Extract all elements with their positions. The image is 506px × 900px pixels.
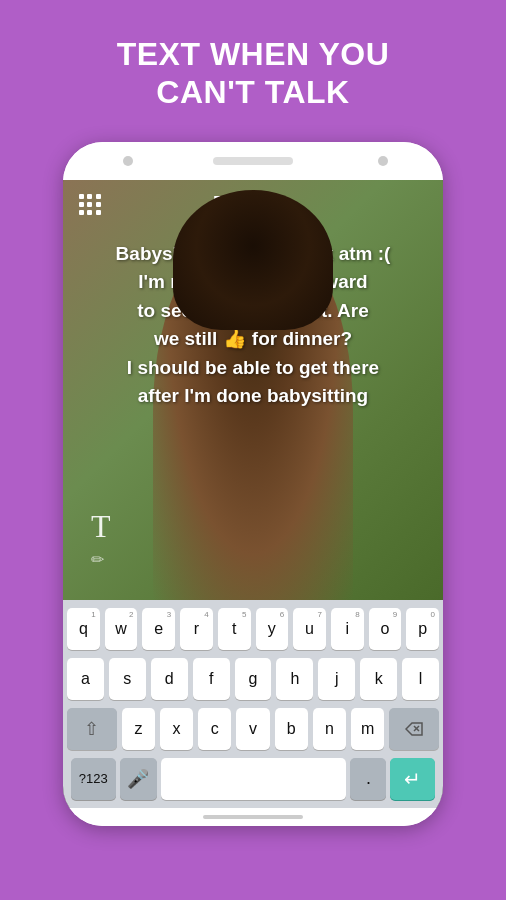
period-label: .: [366, 768, 371, 789]
phone-speaker: [213, 157, 293, 165]
delete-key[interactable]: [389, 708, 439, 750]
keyboard-bottom-row: ?123 🎤 . ↵: [67, 758, 439, 800]
key-v[interactable]: v: [236, 708, 269, 750]
grid-menu-icon[interactable]: [79, 194, 101, 216]
app-bar-title: Favorites: [213, 193, 293, 214]
phone-camera-right: [378, 156, 388, 166]
grid-dot: [79, 202, 84, 207]
key-o[interactable]: 9o: [369, 608, 402, 650]
period-key[interactable]: .: [350, 758, 386, 800]
app-bar: Favorites: [63, 180, 443, 228]
top-section: TEXT WHEN YOU CAN'T TALK: [33, 0, 473, 142]
key-u[interactable]: 7u: [293, 608, 326, 650]
special-key[interactable]: ?123: [71, 758, 116, 800]
edit-icon[interactable]: ✏: [91, 550, 111, 570]
grid-dot: [87, 210, 92, 215]
key-f[interactable]: f: [193, 658, 230, 700]
grid-dot: [87, 194, 92, 199]
message-overlay: Babysitting so can't talk atm :( I'm rea…: [83, 240, 423, 411]
phone-bottom: [63, 808, 443, 826]
phone-frame: Favorites Babysitting so can't talk atm …: [63, 142, 443, 826]
key-b[interactable]: b: [275, 708, 308, 750]
grid-dot: [79, 210, 84, 215]
phone-camera-left: [123, 156, 133, 166]
key-w[interactable]: 2w: [105, 608, 138, 650]
key-x[interactable]: x: [160, 708, 193, 750]
keyboard-row-2: a s d f g h j k l: [67, 658, 439, 700]
phone-screen: Favorites Babysitting so can't talk atm …: [63, 180, 443, 808]
space-key[interactable]: [161, 758, 347, 800]
shift-key[interactable]: ⇧: [67, 708, 117, 750]
grid-dot: [96, 210, 101, 215]
headline-line2: CAN'T TALK: [156, 74, 349, 110]
delete-icon: [405, 722, 423, 736]
headline-line1: TEXT WHEN YOU: [117, 36, 390, 72]
mic-icon: 🎤: [127, 768, 149, 790]
grid-dot: [79, 194, 84, 199]
grid-dot: [96, 202, 101, 207]
headline: TEXT WHEN YOU CAN'T TALK: [117, 35, 390, 112]
key-m[interactable]: m: [351, 708, 384, 750]
phone-wrapper: Favorites Babysitting so can't talk atm …: [33, 142, 473, 826]
cursor-icon: T: [91, 508, 111, 545]
phone-top-bar: [63, 142, 443, 180]
keyboard-row-3: ⇧ z x c v b n m: [67, 708, 439, 750]
key-q[interactable]: 1q: [67, 608, 100, 650]
app-container: TEXT WHEN YOU CAN'T TALK: [33, 0, 473, 826]
key-h[interactable]: h: [276, 658, 313, 700]
enter-icon: ↵: [404, 767, 421, 791]
key-j[interactable]: j: [318, 658, 355, 700]
shift-icon: ⇧: [84, 718, 99, 740]
key-k[interactable]: k: [360, 658, 397, 700]
key-a[interactable]: a: [67, 658, 104, 700]
key-r[interactable]: 4r: [180, 608, 213, 650]
special-label: ?123: [79, 771, 108, 786]
message-text: Babysitting so can't talk atm :( I'm rea…: [83, 240, 423, 411]
key-y[interactable]: 6y: [256, 608, 289, 650]
key-z[interactable]: z: [122, 708, 155, 750]
key-n[interactable]: n: [313, 708, 346, 750]
keyboard: 1q 2w 3e 4r 5t 6y 7u 8i 9o 0p a s: [63, 600, 443, 808]
grid-dot: [87, 202, 92, 207]
key-e[interactable]: 3e: [142, 608, 175, 650]
keyboard-row-1: 1q 2w 3e 4r 5t 6y 7u 8i 9o 0p: [67, 608, 439, 650]
key-c[interactable]: c: [198, 708, 231, 750]
photo-background: Favorites Babysitting so can't talk atm …: [63, 180, 443, 600]
enter-key[interactable]: ↵: [390, 758, 435, 800]
key-s[interactable]: s: [109, 658, 146, 700]
grid-dot: [96, 194, 101, 199]
key-p[interactable]: 0p: [406, 608, 439, 650]
mic-key[interactable]: 🎤: [120, 758, 157, 800]
key-t[interactable]: 5t: [218, 608, 251, 650]
key-l[interactable]: l: [402, 658, 439, 700]
home-bar: [203, 815, 303, 819]
key-d[interactable]: d: [151, 658, 188, 700]
key-g[interactable]: g: [235, 658, 272, 700]
key-i[interactable]: 8i: [331, 608, 364, 650]
